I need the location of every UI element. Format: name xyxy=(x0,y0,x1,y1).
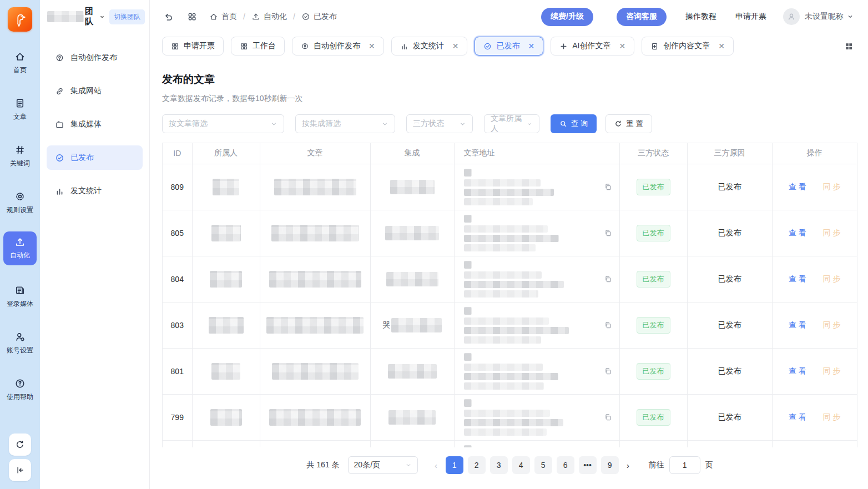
plus-icon xyxy=(559,42,568,51)
team-suffix[interactable]: 团队 xyxy=(85,6,98,27)
sync-link[interactable]: 同 步 xyxy=(823,320,841,329)
rail-item-3[interactable]: 关键词 xyxy=(3,141,37,172)
page-size-select[interactable]: 20条/页 xyxy=(348,456,418,474)
sidebar-item-1[interactable]: 自动创作发布 xyxy=(47,46,143,70)
thirdparty-status-placeholder: 三方状态 xyxy=(413,119,444,129)
tab-layout-button[interactable] xyxy=(844,42,854,51)
breadcrumb-label: 已发布 xyxy=(314,12,337,22)
view-link[interactable]: 查 看 xyxy=(789,274,806,283)
copy-url-button[interactable] xyxy=(604,413,612,421)
tab-7[interactable]: 创作内容文章✕ xyxy=(642,37,734,56)
close-tab-icon[interactable]: ✕ xyxy=(718,42,725,50)
table-row: 804 已发布 已发布 查 看 同 步 xyxy=(163,256,857,302)
integration-filter-select[interactable]: 按集成筛选 xyxy=(295,114,395,133)
copy-url-button[interactable] xyxy=(604,183,612,191)
check-circle-icon xyxy=(301,12,310,21)
thirdparty-status-select[interactable]: 三方状态 xyxy=(406,114,473,133)
copy-url-button[interactable] xyxy=(604,321,612,329)
close-tab-icon[interactable]: ✕ xyxy=(619,42,625,50)
next-page-button[interactable]: › xyxy=(620,456,637,474)
tab-2[interactable]: 工作台 xyxy=(231,37,285,56)
page-button-6[interactable]: 6 xyxy=(557,456,574,474)
breadcrumb-item-2[interactable]: 自动化 xyxy=(251,12,287,22)
tab-5[interactable]: 已发布✕ xyxy=(475,37,543,56)
view-link[interactable]: 查 看 xyxy=(789,182,806,191)
integration-prefix: 哭 xyxy=(382,320,390,330)
tutorial-link[interactable]: 操作教程 xyxy=(685,12,716,22)
back-button[interactable] xyxy=(163,12,174,22)
breadcrumb-item-3[interactable]: 已发布 xyxy=(301,12,337,22)
cell-owner xyxy=(192,394,260,440)
cell-integration: 哭 xyxy=(370,302,454,348)
page-button-1[interactable]: 1 xyxy=(446,456,463,474)
search-button-label: 查 询 xyxy=(571,119,588,129)
article-filter-select[interactable]: 按文章筛选 xyxy=(162,114,284,133)
page-button-5[interactable]: 5 xyxy=(534,456,552,474)
tv-icon xyxy=(55,120,64,129)
sidebar-item-2[interactable]: 集成网站 xyxy=(47,79,143,103)
rail-item-8[interactable]: 使用帮助 xyxy=(3,375,37,405)
cell-integration xyxy=(370,164,454,210)
rail-item-7[interactable]: 账号设置 xyxy=(3,328,37,359)
apps-button[interactable] xyxy=(187,12,197,22)
refresh-button[interactable] xyxy=(9,433,31,456)
invoice-link[interactable]: 申请开票 xyxy=(735,12,766,22)
sync-link[interactable]: 同 步 xyxy=(823,412,841,421)
copy-url-button[interactable] xyxy=(604,229,612,237)
breadcrumb-item-1[interactable]: 首页 xyxy=(209,12,237,22)
app-logo[interactable] xyxy=(8,7,32,32)
sidebar-item-label: 已发布 xyxy=(70,153,94,163)
rail-item-6[interactable]: 登录媒体 xyxy=(3,281,37,312)
page-button-3[interactable]: 3 xyxy=(490,456,508,474)
page-button-9[interactable]: 9 xyxy=(601,456,619,474)
tab-1[interactable]: 申请开票 xyxy=(162,37,224,56)
cell-integration xyxy=(370,394,454,440)
chevron-down-icon xyxy=(526,120,533,128)
goose-pencil-logo-icon xyxy=(12,11,28,28)
goto-page-input[interactable] xyxy=(669,456,700,474)
tab-3[interactable]: 自动创作发布✕ xyxy=(292,37,384,56)
tab-4[interactable]: 发文统计✕ xyxy=(391,37,468,56)
sidebar-item-3[interactable]: 集成媒体 xyxy=(47,112,143,137)
rail-item-label: 自动化 xyxy=(10,251,30,260)
article-owner-select[interactable]: 文章所属人 xyxy=(484,114,539,133)
cell-reason: 已发布 xyxy=(687,348,772,394)
chevron-down-icon[interactable] xyxy=(99,13,105,21)
close-tab-icon[interactable]: ✕ xyxy=(369,42,375,50)
search-button[interactable]: 查 询 xyxy=(551,114,597,133)
sidebar-item-4[interactable]: 已发布 xyxy=(47,145,143,170)
page-ellipsis-button[interactable]: ••• xyxy=(579,456,597,474)
page-button-4[interactable]: 4 xyxy=(512,456,530,474)
renew-upgrade-button[interactable]: 续费/升级 xyxy=(541,8,593,26)
contact-support-button[interactable]: 咨询客服 xyxy=(617,8,667,26)
close-tab-icon[interactable]: ✕ xyxy=(528,42,534,50)
sidebar-item-5[interactable]: 发文统计 xyxy=(47,179,143,203)
sync-link[interactable]: 同 步 xyxy=(823,182,841,191)
switch-team-button[interactable]: 切换团队 xyxy=(109,9,145,24)
reset-button[interactable]: 重 置 xyxy=(605,114,652,133)
user-menu[interactable]: 未设置昵称 xyxy=(783,8,854,25)
page-button-2[interactable]: 2 xyxy=(468,456,486,474)
collapse-sidebar-button[interactable] xyxy=(9,459,31,481)
rail-item-1[interactable]: 首页 xyxy=(3,48,37,78)
view-link[interactable]: 查 看 xyxy=(789,412,806,421)
copy-url-button[interactable] xyxy=(604,367,612,375)
sync-link[interactable]: 同 步 xyxy=(823,366,841,375)
view-link[interactable]: 查 看 xyxy=(789,228,806,237)
sync-link[interactable]: 同 步 xyxy=(823,228,841,237)
cell-article-url xyxy=(454,302,619,348)
status-badge: 已发布 xyxy=(637,271,670,288)
tab-6[interactable]: AI创作文章✕ xyxy=(551,37,634,56)
copy-url-button[interactable] xyxy=(604,275,612,283)
close-tab-icon[interactable]: ✕ xyxy=(452,42,459,50)
sync-link[interactable]: 同 步 xyxy=(823,274,841,283)
status-badge: 已发布 xyxy=(637,363,670,380)
rail-item-4[interactable]: 规则设置 xyxy=(3,188,37,218)
view-link[interactable]: 查 看 xyxy=(789,320,806,329)
rail-item-5[interactable]: 自动化 xyxy=(3,231,37,265)
cell-owner xyxy=(192,348,260,394)
rail-item-2[interactable]: 文章 xyxy=(3,94,37,125)
chevron-down-icon xyxy=(459,120,466,128)
view-link[interactable]: 查 看 xyxy=(789,366,806,375)
prev-page-button[interactable]: ‹ xyxy=(428,456,445,474)
